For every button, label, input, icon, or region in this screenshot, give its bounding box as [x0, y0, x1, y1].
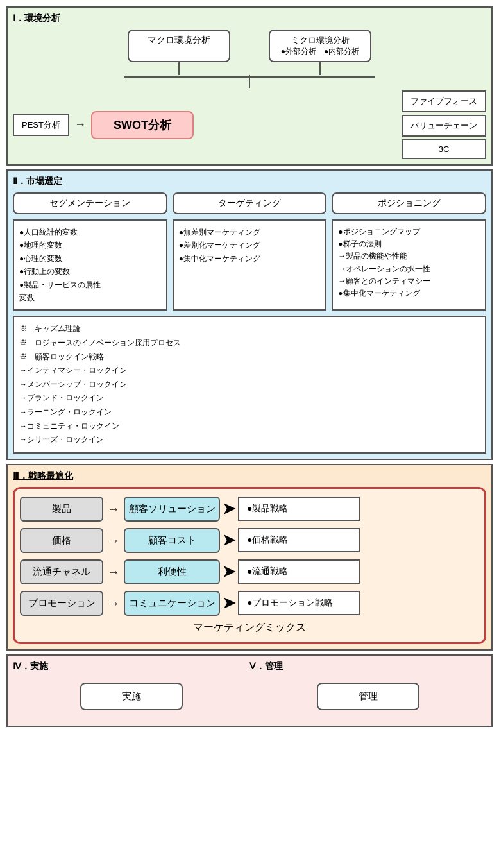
env-right-boxes: ファイブフォース バリューチェーン 3C [402, 90, 486, 159]
three-c-box: 3C [402, 139, 486, 159]
value-chain-box: バリューチェーン [402, 115, 486, 137]
strategy-mid-2: 顧客コスト [124, 528, 220, 553]
macro-box: マクロ環境分析 [128, 30, 230, 62]
market-note: ※ キャズム理論 ※ ロジャースのイノベーション採用プロセス ※ 顧客ロックイン… [13, 316, 486, 453]
strategy-row-3: 流通チャネル → 利便性 ➤ ●流通戦略 [20, 559, 479, 584]
strategy-inner: 製品 → 顧客ソリューション ➤ ●製品戦略 価格 → 顧客コスト ➤ ●価格戦… [13, 487, 486, 644]
strategy-left-4: プロモーション [20, 591, 103, 616]
pos-bullets: ●ポジショニングマップ ●梯子の法則 →製品の機能や性能 →オペレーションの択一… [332, 219, 486, 311]
strategy-result-2: ●価格戦略 [238, 528, 360, 552]
pos-header: ポジショニング [332, 192, 486, 214]
section-env: Ⅰ．環境分析 マクロ環境分析 ミクロ環境分析 ●外部分析 ●内部分析 [6, 6, 493, 166]
strategy-left-2: 価格 [20, 528, 103, 553]
strategy-row-4: プロモーション → コミュニケーション ➤ ●プロモーション戦略 [20, 591, 479, 616]
section-market: Ⅱ．市場選定 セグメンテーション ターゲティング ポジショニング ●人口統計的変… [6, 169, 493, 460]
strategy-mid-1: 顧客ソリューション [124, 497, 220, 522]
tgt-header: ターゲティング [173, 192, 327, 214]
mix-label: マーケティングミックス [20, 621, 479, 634]
pest-box: PEST分析 [13, 114, 69, 136]
strategy-row-1: 製品 → 顧客ソリューション ➤ ●製品戦略 [20, 497, 479, 522]
env-content: マクロ環境分析 ミクロ環境分析 ●外部分析 ●内部分析 [13, 30, 486, 159]
strategy-result-1: ●製品戦略 [238, 497, 360, 521]
section-strategy: Ⅲ．戦略最適化 製品 → 顧客ソリューション ➤ ●製品戦略 価格 → 顧客コス… [6, 464, 493, 651]
swot-box: SWOT分析 [91, 111, 194, 139]
strategy-left-1: 製品 [20, 497, 103, 522]
impl-box: 実施 [80, 683, 183, 710]
strategy-row-2: 価格 → 顧客コスト ➤ ●価格戦略 [20, 528, 479, 553]
strategy-result-4: ●プロモーション戦略 [238, 591, 360, 615]
impl-title: Ⅳ．実施 [13, 661, 48, 672]
seg-bullets: ●人口統計的変数 ●地理的変数 ●心理的変数 ●行動上の変数 ●製品・サービスの… [13, 219, 167, 311]
strategy-mid-4: コミュニケーション [124, 591, 220, 616]
strategy-result-3: ●流通戦略 [238, 559, 360, 584]
micro-box: ミクロ環境分析 ●外部分析 ●内部分析 [269, 30, 371, 62]
section-impl: Ⅳ．実施 Ⅴ．管理 実施 管理 [6, 654, 493, 727]
strategy-left-3: 流通チャネル [20, 559, 103, 584]
section-env-title: Ⅰ．環境分析 [13, 13, 486, 24]
section-strategy-title: Ⅲ．戦略最適化 [13, 470, 486, 482]
mgmt-title: Ⅴ．管理 [249, 661, 283, 672]
impl-titles: Ⅳ．実施 Ⅴ．管理 [13, 661, 486, 677]
impl-boxes-row: 実施 管理 [13, 677, 486, 720]
strategy-mid-3: 利便性 [124, 559, 220, 584]
mgmt-box: 管理 [317, 683, 419, 710]
seg-header: セグメンテーション [13, 192, 167, 214]
five-forces-box: ファイブフォース [402, 90, 486, 112]
tgt-bullets: ●無差別マーケティング ●差別化マーケティング ●集中化マーケティング [173, 219, 327, 311]
section-market-title: Ⅱ．市場選定 [13, 176, 486, 187]
